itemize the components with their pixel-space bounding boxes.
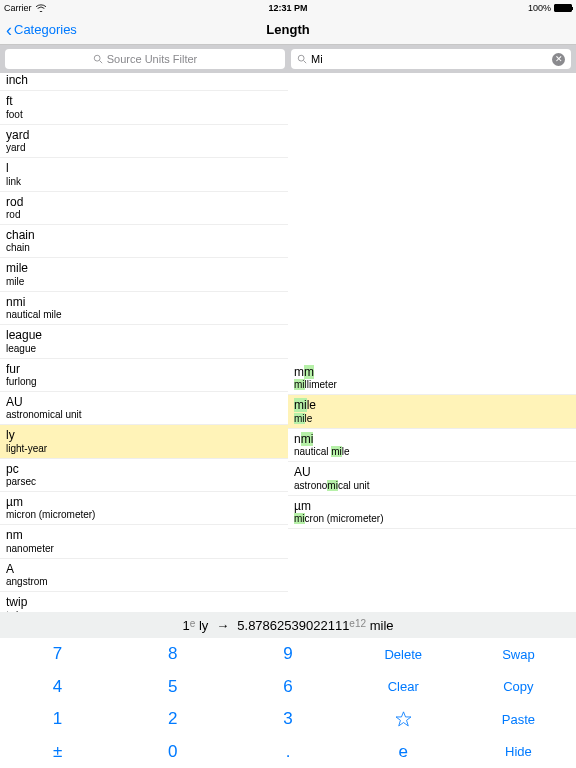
list-item[interactable]: leagueleague bbox=[0, 325, 288, 358]
unit-full: nautical mile bbox=[6, 309, 282, 321]
arrow-icon: → bbox=[216, 618, 229, 633]
svg-line-3 bbox=[304, 61, 307, 64]
unit-abbr: fur bbox=[6, 362, 282, 376]
back-button[interactable]: ‹ Categories bbox=[6, 21, 77, 39]
list-item[interactable]: yardyard bbox=[0, 125, 288, 158]
key-plusminus[interactable]: ± bbox=[0, 736, 115, 769]
list-item[interactable]: inch bbox=[0, 73, 288, 91]
list-item[interactable]: ftfoot bbox=[0, 91, 288, 124]
list-item[interactable]: µmmicron (micrometer) bbox=[0, 492, 288, 525]
unit-full: micron (micrometer) bbox=[6, 509, 282, 521]
svg-point-0 bbox=[94, 55, 100, 61]
source-filter-placeholder: Source Units Filter bbox=[107, 53, 197, 65]
unit-full: league bbox=[6, 343, 282, 355]
back-label: Categories bbox=[14, 22, 77, 37]
list-item[interactable]: nmnanometer bbox=[0, 525, 288, 558]
unit-abbr: mm bbox=[294, 365, 570, 379]
key-swap[interactable]: Swap bbox=[461, 638, 576, 671]
key-6[interactable]: 6 bbox=[230, 671, 345, 704]
unit-full: parsec bbox=[6, 476, 282, 488]
clock: 12:31 PM bbox=[268, 3, 307, 13]
key-paste[interactable]: Paste bbox=[461, 703, 576, 736]
unit-abbr: ly bbox=[6, 428, 282, 442]
keypad: 7 8 9 Delete Swap 4 5 6 Clear Copy 1 2 3… bbox=[0, 638, 576, 768]
status-bar: Carrier 12:31 PM 100% bbox=[0, 0, 576, 15]
key-5[interactable]: 5 bbox=[115, 671, 230, 704]
target-filter-input[interactable]: Mi ✕ bbox=[291, 49, 571, 69]
list-item[interactable]: µmmicron (micrometer) bbox=[288, 496, 576, 529]
unit-full: millimeter bbox=[294, 379, 570, 391]
unit-full: link bbox=[6, 176, 282, 188]
carrier-label: Carrier bbox=[4, 3, 32, 13]
unit-abbr: AU bbox=[6, 395, 282, 409]
unit-abbr: mile bbox=[6, 261, 282, 275]
unit-full: rod bbox=[6, 209, 282, 221]
list-item[interactable]: chainchain bbox=[0, 225, 288, 258]
list-item[interactable]: milemile bbox=[288, 395, 576, 428]
list-item[interactable]: pcparsec bbox=[0, 459, 288, 492]
unit-abbr: league bbox=[6, 328, 282, 342]
unit-abbr: twip bbox=[6, 595, 282, 609]
unit-full: nanometer bbox=[6, 543, 282, 555]
unit-full: astronomical unit bbox=[6, 409, 282, 421]
unit-full: mile bbox=[294, 413, 570, 425]
unit-abbr: nmi bbox=[294, 432, 570, 446]
star-icon bbox=[395, 711, 412, 728]
list-item[interactable]: milemile bbox=[0, 258, 288, 291]
unit-abbr: l bbox=[6, 161, 282, 175]
battery-percent: 100% bbox=[528, 3, 551, 13]
unit-full: angstrom bbox=[6, 576, 282, 588]
unit-full: yard bbox=[6, 142, 282, 154]
list-item[interactable]: rodrod bbox=[0, 192, 288, 225]
list-item[interactable]: nminautical mile bbox=[288, 429, 576, 462]
clear-filter-icon[interactable]: ✕ bbox=[552, 53, 565, 66]
key-2[interactable]: 2 bbox=[115, 703, 230, 736]
unit-abbr: AU bbox=[294, 465, 570, 479]
key-3[interactable]: 3 bbox=[230, 703, 345, 736]
conversion-output: 5.87862539022111e12 mile bbox=[237, 618, 393, 633]
unit-abbr: chain bbox=[6, 228, 282, 242]
key-4[interactable]: 4 bbox=[0, 671, 115, 704]
unit-abbr: mile bbox=[294, 398, 570, 412]
unit-abbr: A bbox=[6, 562, 282, 576]
list-item[interactable]: lylight-year bbox=[0, 425, 288, 458]
key-exp[interactable]: e bbox=[346, 736, 461, 769]
key-0[interactable]: 0 bbox=[115, 736, 230, 769]
conversion-input: 1e ly bbox=[182, 618, 208, 633]
key-favorite[interactable] bbox=[346, 703, 461, 736]
target-unit-list[interactable]: mmmillimetermilemilenminautical mileAUas… bbox=[288, 73, 576, 638]
target-filter-value: Mi bbox=[311, 53, 323, 65]
list-item[interactable]: Aangstrom bbox=[0, 559, 288, 592]
unit-abbr: inch bbox=[6, 73, 282, 87]
search-row: Source Units Filter Mi ✕ bbox=[0, 45, 576, 73]
unit-abbr: ft bbox=[6, 94, 282, 108]
list-item[interactable]: nminautical mile bbox=[0, 292, 288, 325]
unit-full: light-year bbox=[6, 443, 282, 455]
key-7[interactable]: 7 bbox=[0, 638, 115, 671]
unit-full: nautical mile bbox=[294, 446, 570, 458]
unit-full: mile bbox=[6, 276, 282, 288]
unit-abbr: rod bbox=[6, 195, 282, 209]
source-filter-input[interactable]: Source Units Filter bbox=[5, 49, 285, 69]
unit-full: furlong bbox=[6, 376, 282, 388]
list-item[interactable]: furfurlong bbox=[0, 359, 288, 392]
source-unit-list[interactable]: inchftfootyardyardllinkrodrodchainchainm… bbox=[0, 73, 288, 638]
svg-point-2 bbox=[298, 55, 304, 61]
unit-abbr: nmi bbox=[6, 295, 282, 309]
key-hide[interactable]: Hide bbox=[461, 736, 576, 769]
list-item[interactable]: AUastronomical unit bbox=[0, 392, 288, 425]
key-1[interactable]: 1 bbox=[0, 703, 115, 736]
unit-abbr: pc bbox=[6, 462, 282, 476]
list-item[interactable]: AUastronomical unit bbox=[288, 462, 576, 495]
key-delete[interactable]: Delete bbox=[346, 638, 461, 671]
list-item[interactable]: mmmillimeter bbox=[288, 362, 576, 395]
key-dot[interactable]: . bbox=[230, 736, 345, 769]
search-icon bbox=[297, 54, 307, 64]
key-8[interactable]: 8 bbox=[115, 638, 230, 671]
list-item[interactable]: llink bbox=[0, 158, 288, 191]
key-clear[interactable]: Clear bbox=[346, 671, 461, 704]
svg-marker-4 bbox=[396, 712, 411, 726]
spacer bbox=[288, 73, 576, 362]
key-copy[interactable]: Copy bbox=[461, 671, 576, 704]
key-9[interactable]: 9 bbox=[230, 638, 345, 671]
